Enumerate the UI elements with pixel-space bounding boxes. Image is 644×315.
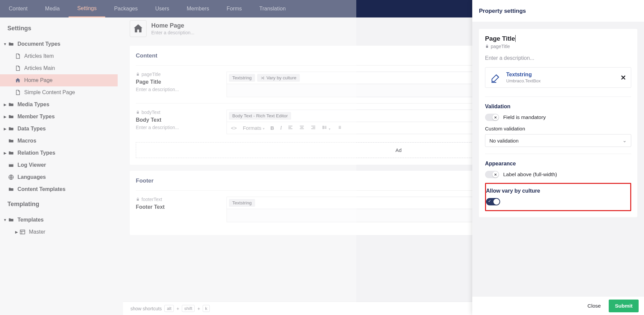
folder-icon	[8, 102, 17, 108]
property-description: Enter a description...	[136, 125, 227, 130]
tree-articles-main[interactable]: Articles Main	[0, 62, 118, 74]
close-button[interactable]: Close	[586, 300, 603, 312]
folder-icon	[8, 217, 17, 223]
nav-media[interactable]: Media	[36, 0, 69, 17]
nav-forms[interactable]: Forms	[218, 0, 250, 17]
tree-languages[interactable]: ▶ Languages	[0, 171, 118, 183]
property-alias: pageTitle	[142, 72, 161, 77]
submit-button[interactable]: Submit	[609, 300, 639, 312]
svg-point-6	[323, 128, 324, 129]
nav-members[interactable]: Members	[178, 0, 218, 17]
editor-tag-textstring: Textstring	[229, 74, 255, 82]
vary-by-culture-highlight: Allow vary by culture	[485, 183, 631, 211]
key-plus: +	[197, 306, 200, 311]
nav-users[interactable]: Users	[147, 0, 178, 17]
panel-property-name[interactable]: Page Title	[485, 35, 516, 42]
key-shift: shift	[182, 305, 195, 312]
nav-translation[interactable]: Translation	[251, 0, 295, 17]
tree-home-page[interactable]: Home Page	[0, 74, 118, 86]
editor-tag-textstring: Textstring	[229, 199, 255, 207]
sidebar: Settings ▼ Document Types Articles Item …	[0, 17, 121, 315]
svg-point-4	[323, 126, 324, 127]
property-settings-panel: Property settings Page Title pageTitle E…	[472, 0, 644, 315]
validation-title: Validation	[485, 104, 631, 110]
editor-type: Umbraco.TextBox	[506, 78, 616, 83]
tree-macros[interactable]: ▶ Macros	[0, 135, 118, 147]
doctype-description[interactable]: Enter a description...	[151, 30, 194, 35]
rte-italic-icon[interactable]: I	[280, 125, 282, 131]
vary-title: Allow vary by culture	[486, 188, 630, 194]
file-icon	[15, 89, 24, 95]
tree-data-types[interactable]: ▶ Data Types	[0, 123, 118, 135]
sidebar-section-templating: Templating	[0, 195, 118, 214]
tree-content-templates[interactable]: ▶ Content Templates	[0, 183, 118, 195]
svg-point-5	[323, 127, 324, 128]
custom-validation-label: Custom validation	[485, 126, 631, 131]
layout-icon	[19, 229, 29, 235]
nav-packages[interactable]: Packages	[105, 0, 146, 17]
chevron-down-icon: ⌄	[622, 137, 627, 144]
sidebar-section-settings: Settings	[0, 17, 118, 38]
lock-icon	[485, 44, 489, 48]
tree-simple-content-page[interactable]: Simple Content Page	[0, 86, 118, 99]
doctype-title[interactable]: Home Page	[151, 22, 194, 29]
property-alias: footerText	[142, 197, 162, 202]
property-name: Page Title	[136, 79, 227, 85]
property-alias: bodyText	[142, 110, 160, 115]
property-name: Footer Text	[136, 204, 227, 210]
folder-icon	[8, 114, 17, 120]
log-icon	[8, 162, 17, 168]
panel-description-input[interactable]: Enter a description...	[485, 55, 631, 61]
rte-numbered-icon[interactable]	[336, 125, 342, 131]
rte-bold-icon[interactable]: B	[271, 125, 274, 131]
tree-member-types[interactable]: ▶ Member Types	[0, 111, 118, 123]
key-plus: +	[176, 306, 179, 311]
tree-templates[interactable]: ▼ Templates	[0, 214, 118, 226]
tree-articles-item[interactable]: Articles Item	[0, 50, 118, 62]
mandatory-toggle[interactable]	[485, 114, 499, 121]
shuffle-icon	[260, 76, 265, 80]
home-icon	[15, 77, 24, 83]
editor-tag: Body Text - Rich Text Editor	[229, 112, 291, 120]
rte-align-left-icon[interactable]	[288, 125, 293, 131]
folder-icon	[8, 138, 17, 144]
rte-align-right-icon[interactable]	[311, 125, 316, 131]
key-alt: alt	[164, 305, 174, 312]
property-description: Enter a description...	[136, 87, 227, 92]
lock-icon	[136, 110, 140, 114]
label-above-label: Label above (full-width)	[503, 171, 557, 178]
nav-content[interactable]: Content	[0, 0, 36, 17]
shortcuts-label[interactable]: show shortcuts	[130, 306, 162, 311]
globe-icon	[8, 174, 17, 180]
appearance-title: Appearance	[485, 161, 631, 167]
label-above-toggle[interactable]	[485, 171, 499, 178]
lock-icon	[136, 197, 140, 201]
tree-master[interactable]: ▶ Master	[0, 226, 118, 238]
tree-media-types[interactable]: ▶ Media Types	[0, 99, 118, 111]
folder-icon	[8, 150, 17, 156]
nav-settings[interactable]: Settings	[69, 0, 106, 17]
tree-relation-types[interactable]: ▶ Relation Types	[0, 147, 118, 159]
key-k: k	[203, 305, 210, 312]
panel-property-alias: pageTitle	[491, 44, 510, 49]
folder-icon	[8, 186, 17, 192]
svg-rect-1	[9, 163, 13, 164]
rte-bullets-icon[interactable]	[322, 125, 330, 131]
panel-title: Property settings	[472, 0, 644, 22]
tree-log-viewer[interactable]: ▶ Log Viewer	[0, 159, 118, 171]
doctype-icon-picker[interactable]	[130, 20, 147, 37]
custom-validation-select[interactable]: No validation ⌄	[485, 134, 631, 147]
editor-tag-vary: Vary by culture	[257, 74, 300, 82]
file-icon	[15, 53, 24, 59]
remove-editor-button[interactable]: ✕	[620, 74, 626, 82]
rte-source-icon[interactable]: <>	[231, 125, 237, 131]
editor-picker[interactable]: Textstring Umbraco.TextBox ✕	[485, 67, 631, 88]
rte-align-center-icon[interactable]	[299, 125, 305, 131]
svg-rect-3	[20, 230, 25, 234]
property-name: Body Text	[136, 117, 227, 123]
vary-by-culture-toggle[interactable]	[486, 198, 500, 205]
editor-name: Textstring	[506, 72, 616, 78]
tree-document-types[interactable]: ▼ Document Types	[0, 38, 118, 50]
rte-formats[interactable]: Formats	[243, 125, 265, 131]
mandatory-label: Field is mandatory	[503, 114, 546, 120]
